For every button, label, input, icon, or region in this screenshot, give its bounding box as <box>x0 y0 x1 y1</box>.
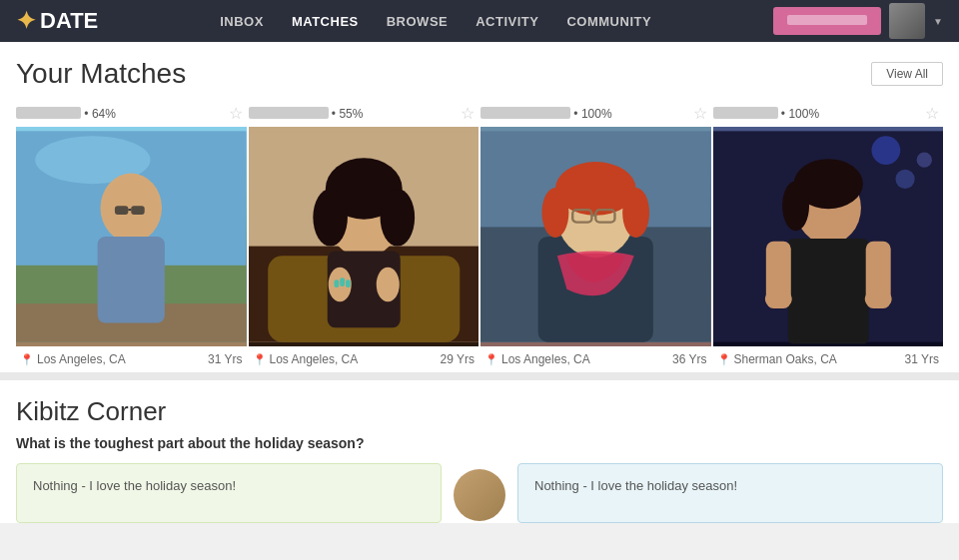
kibitz-card-1-text: Nothing - I love the holiday season! <box>33 478 236 493</box>
match-card-bottom-4: 📍 Sherman Oaks, CA 31 Yrs <box>713 346 944 372</box>
svg-point-18 <box>376 268 399 302</box>
nav-search-button[interactable] <box>773 7 881 35</box>
match-card-4[interactable]: • 100% ☆ <box>713 100 944 372</box>
matches-header: Your Matches View All <box>16 58 943 90</box>
main-content: Your Matches View All • 64% ☆ <box>0 42 959 380</box>
svg-point-33 <box>871 136 900 165</box>
svg-point-28 <box>622 188 649 238</box>
nav-bar: ✦ DATE INBOX MATCHES BROWSE ACTIVITY COM… <box>0 0 959 42</box>
match-location-1: 📍 Los Angeles, CA <box>20 352 126 366</box>
kibitz-section: Kibitz Corner What is the toughest part … <box>0 380 959 523</box>
logo[interactable]: ✦ DATE <box>16 7 98 35</box>
svg-point-35 <box>916 152 931 167</box>
match-percent-sep-3: • <box>573 107 581 121</box>
match-username-2 <box>249 107 329 119</box>
kibitz-question: What is the toughest part about the holi… <box>16 435 943 451</box>
match-card-3[interactable]: • 100% ☆ <box>480 100 711 372</box>
match-age-2: 29 Yrs <box>441 352 475 366</box>
svg-point-42 <box>764 289 791 308</box>
svg-rect-20 <box>340 278 345 286</box>
match-card-top-2: • 55% ☆ <box>249 100 480 127</box>
svg-rect-5 <box>98 237 165 322</box>
match-card-bottom-3: 📍 Los Angeles, CA 36 Yrs <box>480 346 711 372</box>
nav-matches[interactable]: MATCHES <box>292 14 359 29</box>
match-percent-val-4: 100% <box>788 107 819 121</box>
match-card-top-3: • 100% ☆ <box>480 100 711 127</box>
match-age-3: 36 Yrs <box>672 352 706 366</box>
match-card-top-4: • 100% ☆ <box>713 100 944 127</box>
match-percent-val-1: 64% <box>92 107 116 121</box>
match-percent-1: • <box>84 107 92 121</box>
logo-star-icon: ✦ <box>16 7 36 35</box>
svg-point-34 <box>895 170 914 189</box>
nav-links: INBOX MATCHES BROWSE ACTIVITY COMMUNITY <box>220 14 651 29</box>
svg-point-14 <box>313 189 348 247</box>
svg-rect-19 <box>334 280 339 287</box>
svg-point-15 <box>380 189 415 247</box>
nav-activity[interactable]: ACTIVITY <box>476 14 538 29</box>
avatar-image <box>889 3 925 39</box>
photo-svg-3 <box>480 127 711 346</box>
location-pin-4: 📍 <box>717 353 731 366</box>
match-location-4: 📍 Sherman Oaks, CA <box>717 352 837 366</box>
matches-title: Your Matches <box>16 58 186 90</box>
match-card-bottom-2: 📍 Los Angeles, CA 29 Yrs <box>249 346 480 372</box>
nav-right: ▼ <box>773 3 943 39</box>
location-pin-2: 📍 <box>253 353 267 366</box>
match-username-4 <box>713 107 778 119</box>
favorite-star-3[interactable]: ☆ <box>693 104 707 123</box>
photo-svg-4 <box>713 127 944 346</box>
match-percent-val-2: 55% <box>339 107 363 121</box>
favorite-star-1[interactable]: ☆ <box>229 104 243 123</box>
favorite-star-4[interactable]: ☆ <box>925 104 939 123</box>
match-photo-2[interactable] <box>249 127 480 346</box>
nav-arrow-icon[interactable]: ▼ <box>933 16 943 27</box>
kibitz-card-1[interactable]: Nothing - I love the holiday season! <box>16 463 442 523</box>
match-location-3: 📍 Los Angeles, CA <box>484 352 590 366</box>
match-card-2[interactable]: • 55% ☆ <box>249 100 480 372</box>
svg-point-38 <box>782 181 809 231</box>
svg-rect-21 <box>346 280 351 287</box>
nav-inbox[interactable]: INBOX <box>220 14 264 29</box>
match-card-1[interactable]: • 64% ☆ <box>16 100 247 372</box>
match-card-bottom-1: 📍 Los Angeles, CA 31 Yrs <box>16 346 247 372</box>
svg-rect-39 <box>787 239 868 344</box>
svg-rect-6 <box>115 206 128 215</box>
svg-point-27 <box>541 188 568 238</box>
kibitz-card-2-text: Nothing - I love the holiday season! <box>534 478 737 493</box>
kibitz-title: Kibitz Corner <box>16 396 943 427</box>
match-city-4: Sherman Oaks, CA <box>734 352 837 366</box>
match-location-2: 📍 Los Angeles, CA <box>253 352 359 366</box>
svg-point-4 <box>101 174 162 243</box>
match-photo-4[interactable] <box>713 127 944 346</box>
match-age-4: 31 Yrs <box>905 352 939 366</box>
section-divider <box>0 372 959 380</box>
match-percent-val-3: 100% <box>581 107 612 121</box>
kibitz-avatar[interactable] <box>454 469 505 521</box>
nav-browse[interactable]: BROWSE <box>387 14 449 29</box>
location-pin-1: 📍 <box>20 353 34 366</box>
match-city-1: Los Angeles, CA <box>37 352 126 366</box>
match-username-1 <box>16 107 81 119</box>
svg-point-43 <box>864 289 891 308</box>
photo-svg-1 <box>16 127 247 346</box>
location-pin-3: 📍 <box>484 353 498 366</box>
match-username-3 <box>480 107 570 119</box>
favorite-star-2[interactable]: ☆ <box>461 104 475 123</box>
svg-rect-7 <box>131 206 144 215</box>
view-all-button[interactable]: View All <box>871 62 943 86</box>
match-photo-3[interactable] <box>480 127 711 346</box>
match-photo-1[interactable] <box>16 127 247 346</box>
matches-grid: • 64% ☆ <box>16 100 943 372</box>
nav-community[interactable]: COMMUNITY <box>566 14 651 29</box>
match-city-2: Los Angeles, CA <box>270 352 359 366</box>
match-age-1: 31 Yrs <box>208 352 242 366</box>
user-avatar[interactable] <box>889 3 925 39</box>
kibitz-card-2[interactable]: Nothing - I love the holiday season! <box>517 463 943 523</box>
match-city-3: Los Angeles, CA <box>501 352 590 366</box>
kibitz-cards: Nothing - I love the holiday season! Not… <box>16 463 943 523</box>
logo-text: DATE <box>40 8 98 34</box>
photo-svg-2 <box>249 127 480 346</box>
match-card-top-1: • 64% ☆ <box>16 100 247 127</box>
